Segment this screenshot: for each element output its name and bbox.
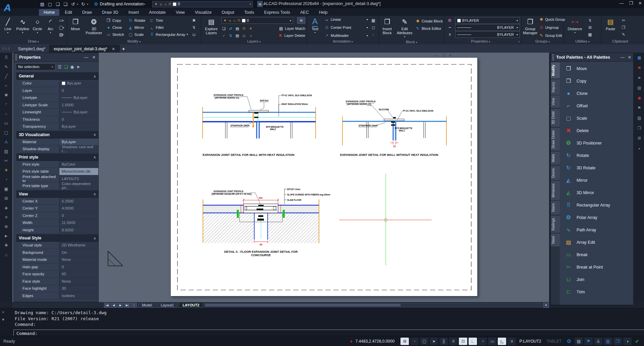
clone-button[interactable]: ●Clone <box>106 24 124 31</box>
multileader-button[interactable]: ↗Multileader▾ <box>324 33 368 38</box>
palette-item-scale[interactable]: ▢Scale <box>560 112 633 124</box>
object-snap-tracking-toggle[interactable]: ∟ <box>469 338 477 345</box>
graphics-performance-icon[interactable]: ✔ <box>633 338 641 345</box>
section-3d-visualization[interactable]: 3D Visualization∧ <box>16 131 98 138</box>
select-objects-icon[interactable]: ❏ <box>64 64 68 69</box>
scroll-down-button[interactable]: ▼ <box>543 303 549 308</box>
property-row[interactable]: BackgroundOn <box>20 249 98 256</box>
grid-display-toggle[interactable]: ▢ <box>420 338 428 345</box>
monitor-icon[interactable]: ▥ <box>604 338 612 345</box>
last-layout-button[interactable]: ▶| <box>124 303 130 308</box>
sketch-icon[interactable]: ✎ <box>3 63 10 70</box>
cut-icon[interactable]: ✂ <box>620 17 628 23</box>
toggle-pickadd-icon[interactable]: ◉ <box>70 64 74 69</box>
scale-button[interactable]: ▢Scale <box>128 31 145 38</box>
edit-attributes-button[interactable]: ✎EditAttributes▾ <box>395 17 414 39</box>
tab-express-tools[interactable]: Express Tools <box>259 9 295 16</box>
create-block-button[interactable]: ✱Create Block <box>415 19 443 23</box>
text-tool-icon[interactable]: A <box>3 138 10 145</box>
palette-grip[interactable] <box>15 54 17 60</box>
palette-item-rotate[interactable]: ↻Rotate <box>560 149 633 162</box>
palette-item-copy[interactable]: ❐Copy <box>560 75 633 87</box>
command-line-area[interactable]: ✕ ▼ Drawing name: C:/Users/detail-3.dwg … <box>0 308 644 336</box>
palette-item-3d-positioner[interactable]: ❂3D Positioner <box>560 137 633 149</box>
property-row[interactable]: Center X5.2500 <box>20 198 98 205</box>
palette-tab-walls[interactable]: Walls <box>551 152 560 165</box>
palette-grip[interactable] <box>552 54 554 60</box>
lineweight-display-toggle[interactable]: ◔ <box>478 338 487 345</box>
panel-caption-layers[interactable]: Layers▾ <box>201 39 307 44</box>
palette-tab-draw-order[interactable]: Draw Order <box>551 128 560 151</box>
toolbar-overflow-icon[interactable]: ▾ <box>264 3 265 6</box>
select-all-icon[interactable]: ➤ <box>76 64 80 69</box>
property-row[interactable]: Print style tableMonochrome.ctb <box>20 168 98 175</box>
chevron-down-icon[interactable]: ▾ <box>77 3 78 6</box>
tab-layout2[interactable]: LAYOUT2 <box>178 303 204 308</box>
isolate-objects-icon[interactable]: ◑ <box>623 338 632 345</box>
rectangle-tool-icon[interactable]: ▭ <box>3 120 10 126</box>
palette-item-delete[interactable]: ✖Delete <box>560 124 633 137</box>
property-value[interactable]: ByColor <box>62 162 75 166</box>
property-row[interactable]: Height8.9250 <box>20 227 98 234</box>
palette-item-path-array[interactable]: ∿Path Array <box>560 224 633 236</box>
linetype-icon[interactable]: ┅ <box>446 24 454 31</box>
palette-close-button[interactable]: ✕ <box>92 55 96 60</box>
dynamic-input-toggle[interactable]: ≡ <box>507 338 516 345</box>
pointer-icon[interactable]: ➤ <box>636 75 643 81</box>
section-view[interactable]: View∧ <box>16 190 98 198</box>
palette-tab-3d-orbit[interactable]: 3D Orbit <box>551 109 560 127</box>
layer-tool-icon[interactable]: ☼ <box>248 34 253 38</box>
expand-history-icon[interactable]: ▼ <box>2 318 4 322</box>
autoscale-icon[interactable]: ♙ <box>594 338 602 345</box>
fillet-button[interactable]: ◟Fillet <box>149 24 188 31</box>
polyline-button[interactable]: ∿Polyline▾ <box>16 17 30 38</box>
close-icon[interactable]: ✕ <box>112 47 115 51</box>
property-value[interactable]: 0 <box>62 117 64 121</box>
palette-item-move[interactable]: ❐Move <box>560 62 633 75</box>
copy-clip-icon[interactable]: ❐ <box>620 24 628 31</box>
toolbar-grip[interactable]: ⠿⠿⠿ <box>2 47 11 51</box>
object-snap-toggle[interactable]: ⊡ <box>459 338 467 345</box>
section-print-style[interactable]: Print style∧ <box>16 154 98 161</box>
workspace-selector[interactable]: ⚙ Drafting and Annotation ▾ <box>94 1 145 7</box>
property-row[interactable]: Center Y4.0000 <box>20 205 98 212</box>
distance-button[interactable]: ●─●Distance▾ <box>565 17 585 38</box>
new-file-icon[interactable]: ▤ <box>40 1 45 7</box>
new-tab-button[interactable]: + <box>122 46 125 52</box>
property-value[interactable]: 60 <box>62 272 66 276</box>
infer-constraints-toggle[interactable]: ⊞ <box>400 338 409 345</box>
lineweight-icon[interactable]: ≡ <box>446 32 454 38</box>
panel-caption-properties[interactable]: Properties▾↘ <box>444 39 521 44</box>
lineweight-combo[interactable]: BYLAYER▾ <box>455 31 520 38</box>
layer-tool-icon[interactable]: ✓ <box>221 34 226 38</box>
panel-caption-utilities[interactable]: Utilities▾ <box>564 39 601 44</box>
rectangle-icon[interactable]: ▭▾ <box>57 17 65 23</box>
property-row[interactable]: TransparencyByLayer <box>20 123 98 130</box>
scrollbar-thumb[interactable] <box>205 304 400 306</box>
doc-tab-expansion-joint[interactable]: expansion_joint_detail-3.dwg*✕ <box>49 45 119 53</box>
grid-snap-toggle[interactable]: # <box>449 338 458 345</box>
palette-item-3d-rotate[interactable]: ↻3D Rotate <box>560 162 633 174</box>
panel-caption-modify[interactable]: Modify▾ <box>67 39 201 44</box>
trim-button[interactable]: ⊏Trim <box>149 17 188 24</box>
property-value[interactable]: ByLayer <box>67 81 81 85</box>
block-tool-icon[interactable]: ❖ <box>3 242 10 248</box>
property-row[interactable]: Linetype Scale1.0000 <box>20 102 98 109</box>
layer-tool-icon[interactable]: ⇅ <box>228 34 233 38</box>
hatch-tool-icon[interactable]: ▣ <box>3 185 10 192</box>
panel-launcher-icon[interactable]: ↘ <box>518 39 520 44</box>
hatch-icon[interactable]: ▧ <box>636 115 643 121</box>
tab-tools[interactable]: Tools <box>239 9 259 16</box>
tool-palettes-header[interactable]: Tool Palettes - All Palettes — ✕ <box>551 53 633 62</box>
tab-model[interactable]: Model <box>138 303 156 308</box>
hatch-icon[interactable]: ▨▾ <box>57 32 65 38</box>
layer-combo[interactable]: ☀ ☼ ☼ ⊓ 0 ▾ <box>221 17 293 24</box>
undo-icon[interactable]: ↺ <box>70 1 76 7</box>
close-command-icon[interactable]: ✕ <box>2 310 4 314</box>
prev-layout-button[interactable]: ◀ <box>111 303 117 308</box>
color-combo[interactable]: BYLAYER▾ <box>455 17 520 24</box>
palette-item-break-at-point[interactable]: ✂Break at Point <box>560 261 633 273</box>
match-properties-icon[interactable]: ✎ <box>620 32 628 38</box>
stretch-button[interactable]: ▱Stretch <box>106 31 124 38</box>
home-tool-icon[interactable]: ⌂ <box>3 251 10 258</box>
